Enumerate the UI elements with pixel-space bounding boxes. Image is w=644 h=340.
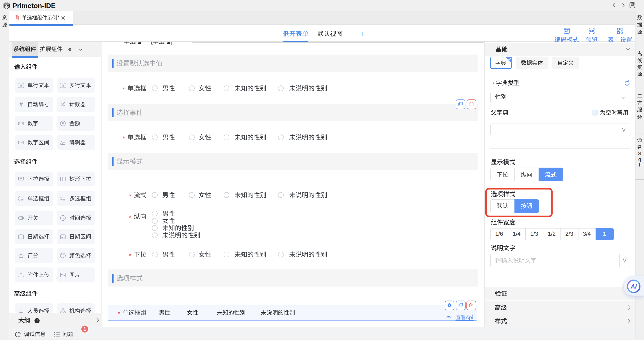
- svg-text:¥: ¥: [62, 122, 64, 125]
- svg-text:A: A: [62, 84, 64, 87]
- svg-text:A: A: [60, 140, 63, 145]
- svg-text:1~3: 1~3: [19, 141, 23, 144]
- svg-text:Ai: Ai: [630, 283, 637, 290]
- svg-text:#: #: [19, 101, 23, 107]
- svg-text:i: i: [36, 319, 38, 323]
- svg-text:A: A: [20, 84, 22, 87]
- svg-text:123: 123: [19, 122, 23, 125]
